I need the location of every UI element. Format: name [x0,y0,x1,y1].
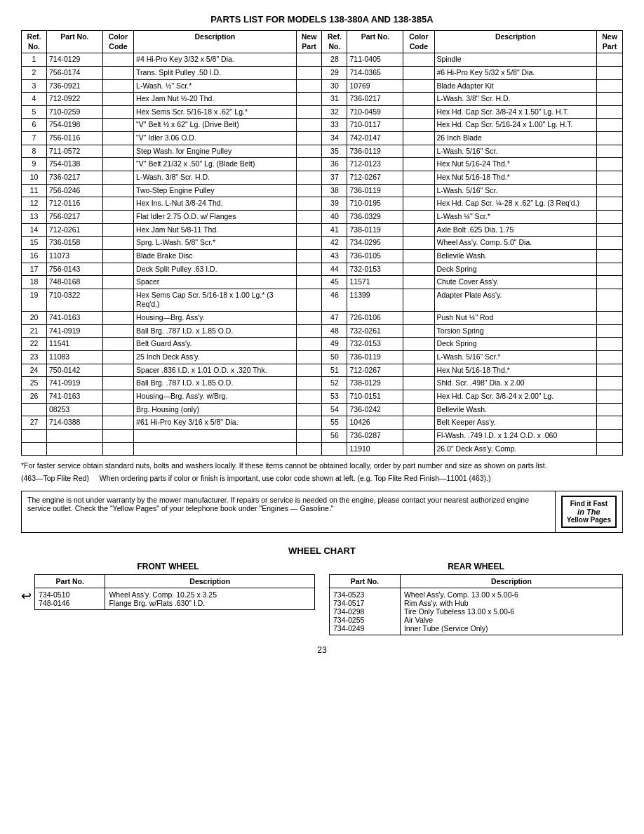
ref-no: 22 [22,338,47,351]
front-wheel-arrow-icon: ↩ [21,588,32,604]
new-part-r [597,338,623,351]
part-no: 754-0138 [47,158,103,171]
description: Belt Guard Ass'y. [134,338,297,351]
list-item: 734-0523734-0517734-0298734-0255734-0249… [330,588,623,635]
color-code [102,93,133,106]
ref-no: 5 [22,105,47,119]
description-r: 26.0" Deck Ass'y. Comp. [434,442,597,456]
table-row: 19 710-0322 Hex Sems Cap Scr. 5/16-18 x … [22,289,623,311]
description-r: Chute Cover Ass'y. [434,276,597,289]
ref-no-r: 48 [322,324,347,338]
description-r: Wheel Ass'y. Comp. 5.0" Dia. [434,237,597,250]
color-code-r [403,197,434,211]
color-code-r [403,105,434,119]
description-r: L-Wash. 3/8" Scr. H.D. [434,93,597,106]
ref-no-r: 45 [322,276,347,289]
page-number: 23 [21,645,623,655]
ref-no: 18 [22,276,47,289]
ref-no: 8 [22,145,47,158]
badge-line2: in The [567,508,611,516]
new-part [296,66,322,79]
description: Hex Sems Cap Scr. 5/16-18 x 1.00 Lg.* (3… [134,289,297,311]
header-ref: Ref.No. [22,31,47,53]
new-part [296,429,322,442]
part-no: 750-0142 [47,364,103,377]
ref-no: 3 [22,79,47,93]
color-code [102,249,133,263]
rear-desc: Wheel Ass'y. Comp. 13.00 x 5.00-6Rim Ass… [400,588,622,635]
part-no-r: 714-0365 [347,66,403,79]
color-code-r [403,119,434,132]
ref-no-r: 28 [322,53,347,67]
part-no: 756-0174 [47,66,103,79]
description: Spacer .836 I.D. x 1.01 O.D. x .320 Thk. [134,364,297,377]
color-code [102,338,133,351]
color-code-r [403,210,434,223]
ref-no-r: 43 [322,249,347,263]
part-no-r: 10426 [347,416,403,430]
new-part-r [597,351,623,364]
header-desc2: Description [434,31,597,53]
table-row: 10 736-0217 L-Wash. 3/8" Scr. H.D. 37 71… [22,171,623,185]
part-no: 736-0158 [47,237,103,250]
description-r: Fl-Wash. .749 I.D. x 1.24 O.D. x .060 [434,429,597,442]
color-code [102,237,133,250]
ref-no [22,429,47,442]
color-code-r [403,145,434,158]
ref-no: 9 [22,158,47,171]
new-part [296,158,322,171]
ref-no: 17 [22,263,47,276]
description-r: 26 Inch Blade [434,132,597,145]
description: Hex Ins. L-Nut 3/8-24 Thd. [134,197,297,211]
new-part [296,197,322,211]
ref-no-r: 53 [322,390,347,403]
ref-no-r: 41 [322,223,347,237]
ref-no: 26 [22,390,47,403]
ref-no: 12 [22,197,47,211]
table-row: 24 750-0142 Spacer .836 I.D. x 1.01 O.D.… [22,364,623,377]
part-no-r: 736-0287 [347,429,403,442]
ref-no-r [322,442,347,456]
description-r: Bellevile Wash. [434,249,597,263]
description: "V" Idler 3.06 O.D. [134,132,297,145]
new-part [296,324,322,338]
table-row: 23 11083 25 Inch Deck Ass'y. 50 736-0119… [22,351,623,364]
ref-no-r: 39 [322,197,347,211]
new-part-r [597,276,623,289]
part-no-r: 711-0405 [347,53,403,67]
description-r: Axle Bolt .625 Dia. 1.75 [434,223,597,237]
ref-no-r: 35 [322,145,347,158]
ref-no-r: 51 [322,364,347,377]
new-part-r [597,93,623,106]
front-header-desc: Description [105,575,315,588]
part-no: 714-0129 [47,53,103,67]
color-code [102,197,133,211]
color-code-r [403,66,434,79]
new-part-r [597,53,623,67]
new-part-r [597,442,623,456]
new-part [296,312,322,325]
color-code-r [403,289,434,311]
description: #61 Hi-Pro Key 3/16 x 5/8" Dia. [134,416,297,430]
part-no-r: 710-0195 [347,197,403,211]
new-part-r [597,171,623,185]
warranty-box: The engine is not under warranty by the … [21,491,623,533]
color-code-r [403,416,434,430]
part-no: 756-0116 [47,132,103,145]
table-row: 7 756-0116 "V" Idler 3.06 O.D. 34 742-01… [22,132,623,145]
new-part-r [597,237,623,250]
description-r: Spindle [434,53,597,67]
description: Brg. Housing (only) [134,403,297,416]
color-code [102,276,133,289]
part-no: 714-0388 [47,416,103,430]
new-part-r [597,223,623,237]
color-code [102,66,133,79]
rear-part-no: 734-0523734-0517734-0298734-0255734-0249 [330,588,401,635]
new-part [296,416,322,430]
description: Ball Brg. .787 I.D. x 1.85 O.D. [134,377,297,390]
description-r: Push Nut ¼" Rod [434,312,597,325]
badge-line1: Find it Fast [567,500,611,508]
table-row: 9 754-0138 "V" Belt 21/32 x .50" Lg. (Bl… [22,158,623,171]
new-part-r [597,184,623,197]
ref-no-r: 32 [322,105,347,119]
